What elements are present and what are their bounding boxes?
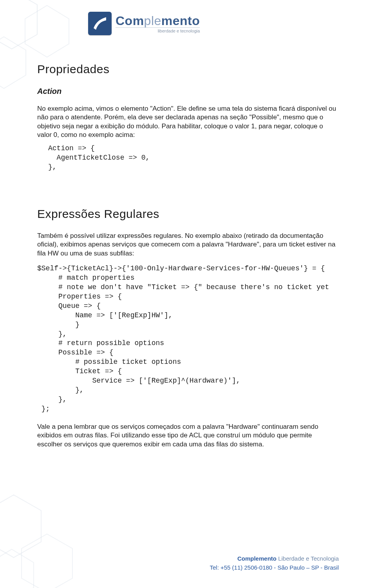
brand-logo: Complemento liberdade e tecnologia: [88, 12, 339, 35]
footer-brand-light: Liberdade e Tecnologia: [277, 555, 339, 562]
footer-brand-bold: Complemento: [237, 555, 277, 562]
footer-brand: Complemento Liberdade e Tecnologia: [210, 555, 339, 562]
code-regex: $Self->{TicketAcl}->{'100-Only-Hardware-…: [37, 264, 339, 414]
brand-name: Complemento: [116, 14, 200, 28]
page-footer: Complemento Liberdade e Tecnologia Tel: …: [210, 555, 339, 571]
svg-marker-5: [0, 549, 34, 588]
footer-contact: Tel: +55 (11) 2506-0180 - São Paulo – SP…: [210, 564, 339, 571]
code-action: Action => { AgentTicketClose => 0, },: [48, 144, 339, 172]
brand-logo-icon: [88, 12, 112, 35]
brand-tagline: liberdade e tecnologia: [116, 27, 200, 33]
subheading-action: Action: [37, 87, 339, 96]
svg-marker-4: [22, 534, 72, 588]
paragraph-action: No exemplo acima, vimos o elemento "Acti…: [37, 104, 339, 140]
heading-regex: Expressões Regulares: [37, 207, 339, 221]
heading-propriedades: Propriedades: [37, 63, 339, 76]
paragraph-closing: Vale a pena lembrar que os serviços come…: [37, 423, 339, 449]
svg-marker-3: [0, 495, 41, 557]
paragraph-regex-intro: Também é possível utilizar expressões re…: [37, 232, 339, 258]
